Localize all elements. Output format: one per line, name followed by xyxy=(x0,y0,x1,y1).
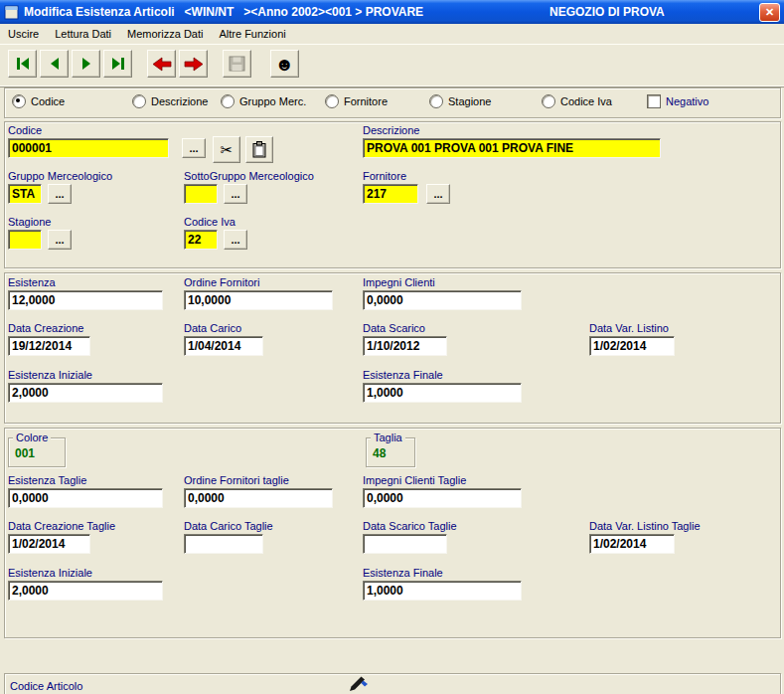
sottogruppo-browse-button[interactable]: ... xyxy=(224,184,247,204)
esistenza-iniziale-taglie-label: Esistenza Iniziale xyxy=(8,567,163,580)
back-button[interactable] xyxy=(147,50,176,78)
data-creazione-input[interactable] xyxy=(8,336,90,356)
data-scarico-input[interactable] xyxy=(363,336,447,356)
radio-codice-iva-circle xyxy=(542,94,555,108)
taglia-value: 48 xyxy=(373,446,386,460)
title-bar: Modifica Esistenza Articoli <WIN/NT ><An… xyxy=(0,0,784,24)
last-record-button[interactable] xyxy=(103,50,132,78)
esistenza-iniziale-label: Esistenza Iniziale xyxy=(8,369,163,382)
next-record-button[interactable] xyxy=(72,50,100,78)
data-carico-taglie-field: Data Carico Taglie xyxy=(184,520,273,554)
fornitore-input[interactable] xyxy=(363,184,418,204)
data-creazione-taglie-field: Data Creazione Taglie xyxy=(8,520,115,554)
data-var-listino-taglie-input[interactable] xyxy=(589,534,675,554)
esistenza-finale-label: Esistenza Finale xyxy=(363,369,522,382)
data-carico-field: Data Carico xyxy=(184,322,263,356)
save-button[interactable] xyxy=(223,50,251,78)
esistenza-finale-taglie-input[interactable] xyxy=(363,581,522,601)
close-button[interactable]: ✕ xyxy=(759,3,780,22)
impegni-clienti-input[interactable] xyxy=(363,290,522,310)
radio-fornitore-label: Fornitore xyxy=(344,95,388,107)
stagione-field: Stagione xyxy=(8,216,51,250)
stagione-input[interactable] xyxy=(8,230,42,250)
close-icon: ✕ xyxy=(765,6,774,19)
esistenza-input[interactable] xyxy=(8,290,163,310)
cut-button[interactable]: ✂ xyxy=(213,136,240,163)
codice-iva-input[interactable] xyxy=(184,230,218,250)
face-icon: ☻ xyxy=(275,55,295,74)
impegni-clienti-label: Impegni Clienti xyxy=(363,276,522,289)
descrizione-input[interactable] xyxy=(363,138,661,158)
toolbar: ☻ xyxy=(0,44,784,87)
esistenza-iniziale-taglie-field: Esistenza Iniziale xyxy=(8,567,163,601)
radio-stagione[interactable]: Stagione xyxy=(429,94,491,108)
sottogruppo-input[interactable] xyxy=(184,184,218,204)
data-var-listino-field: Data Var. Listino xyxy=(589,322,675,356)
menu-lettura-dati[interactable]: Lettura Dati xyxy=(47,25,119,43)
fornitore-browse-button[interactable]: ... xyxy=(426,184,450,204)
esistenza-iniziale-field: Esistenza Iniziale xyxy=(8,369,163,403)
ordine-fornitori-input[interactable] xyxy=(184,290,333,310)
data-var-listino-taglie-field: Data Var. Listino Taglie xyxy=(589,520,701,554)
radio-gruppo-merc[interactable]: Gruppo Merc. xyxy=(221,94,306,108)
radio-codice[interactable]: Codice xyxy=(12,94,65,108)
codice-articolo-label: Codice Articolo xyxy=(10,680,82,692)
esistenza-field: Esistenza xyxy=(8,276,163,310)
radio-stagione-circle xyxy=(429,94,443,108)
codice-iva-browse-button[interactable]: ... xyxy=(224,230,247,250)
data-var-listino-input[interactable] xyxy=(589,336,675,356)
data-var-listino-taglie-label: Data Var. Listino Taglie xyxy=(589,520,701,533)
ordine-fornitori-taglie-input[interactable] xyxy=(184,488,333,508)
edit-icon[interactable] xyxy=(348,676,370,693)
paste-button[interactable] xyxy=(245,136,273,163)
menu-memorizza-dati[interactable]: Memorizza Dati xyxy=(119,25,211,43)
radio-descrizione-circle xyxy=(132,94,146,108)
codice-label: Codice xyxy=(8,124,169,137)
data-carico-taglie-input[interactable] xyxy=(184,534,263,554)
esistenza-taglie-field: Esistenza Taglie xyxy=(8,474,163,508)
esistenza-finale-input[interactable] xyxy=(363,383,522,403)
data-scarico-taglie-label: Data Scarico Taglie xyxy=(363,520,457,533)
radio-fornitore[interactable]: Fornitore xyxy=(325,94,388,108)
radio-descrizione[interactable]: Descrizione xyxy=(132,94,208,108)
stagione-browse-button[interactable]: ... xyxy=(48,230,72,250)
radio-fornitore-circle xyxy=(325,94,339,108)
data-carico-taglie-label: Data Carico Taglie xyxy=(184,520,273,533)
gruppo-merceologico-browse-button[interactable]: ... xyxy=(48,184,72,204)
impegni-clienti-taglie-field: Impegni Clienti Taglie xyxy=(363,474,522,508)
ordine-fornitori-taglie-field: Ordine Fornitori taglie xyxy=(184,474,333,508)
fornitore-field: Fornitore xyxy=(363,170,418,204)
user-button[interactable]: ☻ xyxy=(270,50,299,78)
sottogruppo-label: SottoGruppo Merceologico xyxy=(184,170,314,183)
forward-button[interactable] xyxy=(179,50,208,78)
first-record-button[interactable] xyxy=(8,50,37,78)
colore-label: Colore xyxy=(13,432,51,443)
negativo-checkbox[interactable]: Negativo xyxy=(647,94,708,108)
previous-record-button[interactable] xyxy=(40,50,69,78)
last-record-icon xyxy=(110,57,126,71)
fornitore-label: Fornitore xyxy=(363,170,418,183)
descrizione-field: Descrizione xyxy=(363,124,661,158)
menu-altre-funzioni[interactable]: Altre Funzioni xyxy=(211,25,293,43)
menu-bar: Uscire Lettura Dati Memorizza Dati Altre… xyxy=(0,24,784,44)
esistenza-iniziale-taglie-input[interactable] xyxy=(8,581,163,601)
window-icon xyxy=(4,5,19,20)
radio-codice-iva[interactable]: Codice Iva xyxy=(542,94,612,108)
data-carico-label: Data Carico xyxy=(184,322,263,335)
codice-browse-button[interactable]: ... xyxy=(182,138,206,158)
data-scarico-taglie-input[interactable] xyxy=(363,534,447,554)
gruppo-merceologico-input[interactable] xyxy=(8,184,42,204)
menu-uscire[interactable]: Uscire xyxy=(0,25,47,43)
ordine-fornitori-label: Ordine Fornitori xyxy=(184,276,333,289)
data-carico-input[interactable] xyxy=(184,336,263,356)
shop-name: NEGOZIO DI PROVA xyxy=(549,5,665,19)
esistenza-taglie-input[interactable] xyxy=(8,488,163,508)
codice-input[interactable] xyxy=(8,138,169,158)
esistenza-finale-taglie-field: Esistenza Finale xyxy=(363,567,522,601)
esistenza-finale-taglie-label: Esistenza Finale xyxy=(363,567,522,580)
data-scarico-taglie-field: Data Scarico Taglie xyxy=(363,520,457,554)
esistenza-iniziale-input[interactable] xyxy=(8,383,163,403)
data-creazione-taglie-input[interactable] xyxy=(8,534,90,554)
impegni-clienti-taglie-input[interactable] xyxy=(363,488,522,508)
clipboard-icon xyxy=(251,141,267,158)
